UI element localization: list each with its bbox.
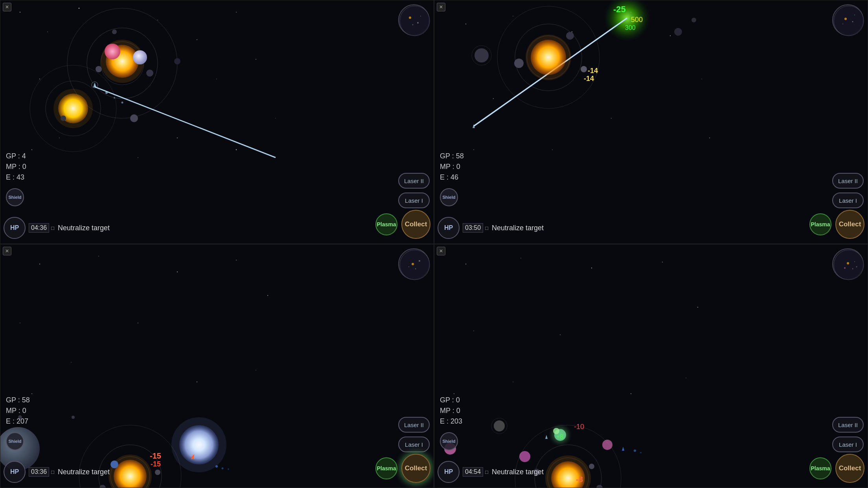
plasma-button-q4[interactable]: Plasma [809, 457, 831, 479]
laser1-button-q4[interactable]: Laser I [832, 437, 864, 452]
hp-button-q2[interactable]: HP [438, 217, 460, 239]
svg-point-27 [146, 70, 153, 77]
svg-point-125 [662, 262, 663, 262]
svg-rect-121 [434, 244, 868, 488]
close-button-q2[interactable]: ✕ [437, 3, 445, 11]
collect-button-q3[interactable]: Collect [401, 454, 430, 483]
svg-point-4 [157, 20, 158, 20]
svg-point-8 [39, 79, 40, 79]
svg-point-130 [631, 393, 631, 394]
collect-button-q4[interactable]: Collect [835, 454, 864, 483]
svg-point-131 [686, 378, 686, 378]
svg-text:300: 300 [625, 24, 636, 31]
laser2-button-q1[interactable]: Laser II [398, 173, 430, 189]
svg-point-126 [697, 307, 698, 308]
svg-point-94 [31, 393, 32, 394]
svg-point-86 [177, 272, 178, 272]
svg-point-93 [256, 370, 256, 371]
svg-point-84 [39, 264, 40, 264]
svg-point-153 [533, 469, 540, 476]
laser2-button-q3[interactable]: Laser II [398, 417, 430, 433]
shield-button-q4[interactable]: Shield [440, 432, 458, 450]
quadrant-top-right: -25 500 300 -14 -14 ✕ Shield GP : 58 MP … [434, 0, 868, 244]
svg-point-13 [275, 118, 276, 118]
shield-label-q1: Shield [8, 195, 21, 200]
laser1-button-q2[interactable]: Laser I [832, 193, 864, 208]
svg-point-33 [105, 92, 108, 94]
shield-label-q2: Shield [442, 195, 455, 200]
shield-button-q3[interactable]: Shield [6, 432, 24, 450]
svg-text:-15: -15 [150, 451, 161, 460]
laser1-button-q3[interactable]: Laser I [398, 437, 430, 452]
svg-point-115 [228, 468, 229, 470]
svg-point-102 [171, 417, 226, 472]
hp-label-q2: HP [444, 224, 453, 231]
svg-point-87 [236, 260, 237, 261]
svg-point-154 [589, 464, 594, 469]
svg-point-36 [130, 114, 138, 122]
laser1-button-q1[interactable]: Laser I [398, 193, 430, 208]
svg-point-46 [465, 24, 466, 24]
svg-point-55 [473, 149, 474, 150]
svg-point-48 [572, 31, 572, 32]
svg-point-12 [236, 149, 237, 150]
hp-button-q3[interactable]: HP [4, 461, 26, 483]
plasma-button-q2[interactable]: Plasma [809, 213, 831, 235]
svg-point-114 [222, 468, 224, 470]
svg-point-128 [560, 334, 561, 335]
svg-point-105 [110, 460, 118, 468]
svg-point-158 [634, 449, 636, 452]
svg-point-9 [216, 79, 217, 79]
close-icon: ✕ [5, 4, 9, 10]
svg-point-52 [493, 98, 494, 99]
close-icon-q4: ✕ [439, 248, 443, 254]
close-button-q1[interactable]: ✕ [3, 3, 11, 11]
svg-point-15 [138, 157, 138, 158]
svg-point-113 [215, 465, 218, 468]
svg-point-97 [72, 416, 75, 419]
svg-point-107 [155, 470, 160, 475]
svg-point-50 [670, 35, 671, 36]
svg-point-88 [267, 295, 268, 296]
svg-point-1 [20, 12, 20, 13]
svg-point-91 [71, 362, 71, 362]
quadrant-top-left: ✕ Shield GP : 4 MP : 0 E : 43 HP 04:36 □… [0, 0, 434, 244]
svg-point-133 [494, 420, 505, 431]
svg-point-3 [79, 8, 79, 9]
svg-point-11 [59, 138, 60, 138]
svg-point-68 [514, 59, 524, 68]
svg-point-159 [640, 452, 642, 453]
shield-label-q3: Shield [8, 439, 21, 444]
svg-text:-14: -14 [588, 67, 598, 75]
close-button-q3[interactable]: ✕ [3, 247, 11, 255]
close-icon-q2: ✕ [439, 4, 443, 10]
collect-button-q2[interactable]: Collect [835, 210, 864, 239]
svg-point-2 [47, 31, 48, 32]
svg-point-6 [236, 12, 237, 13]
collect-button-q1[interactable]: Collect [401, 210, 430, 239]
svg-point-28 [96, 66, 102, 72]
svg-point-26 [133, 50, 147, 64]
svg-point-54 [709, 138, 710, 138]
quadrant-bottom-left: -15 -15 ✕ Shield GP : 58 MP : 0 E : 207 … [0, 244, 434, 488]
hp-button-q4[interactable]: HP [438, 461, 460, 483]
svg-point-25 [105, 44, 120, 59]
svg-point-127 [473, 330, 474, 331]
svg-point-129 [513, 382, 513, 382]
svg-point-37 [61, 116, 66, 121]
svg-text:-14: -14 [584, 75, 594, 83]
svg-point-14 [31, 149, 32, 150]
plasma-button-q3[interactable]: Plasma [375, 457, 397, 479]
laser2-button-q4[interactable]: Laser II [832, 417, 864, 433]
svg-point-39 [112, 29, 117, 34]
svg-point-77 [691, 18, 696, 22]
hp-label-q3: HP [10, 468, 19, 475]
svg-point-47 [513, 16, 513, 17]
hp-button-q1[interactable]: HP [4, 217, 26, 239]
plasma-button-q1[interactable]: Plasma [375, 213, 397, 235]
shield-button-q1[interactable]: Shield [6, 188, 24, 206]
shield-button-q2[interactable]: Shield [440, 188, 458, 206]
close-button-q4[interactable]: ✕ [437, 247, 445, 255]
laser2-button-q2[interactable]: Laser II [832, 173, 864, 189]
hp-label-q4: HP [444, 468, 453, 475]
